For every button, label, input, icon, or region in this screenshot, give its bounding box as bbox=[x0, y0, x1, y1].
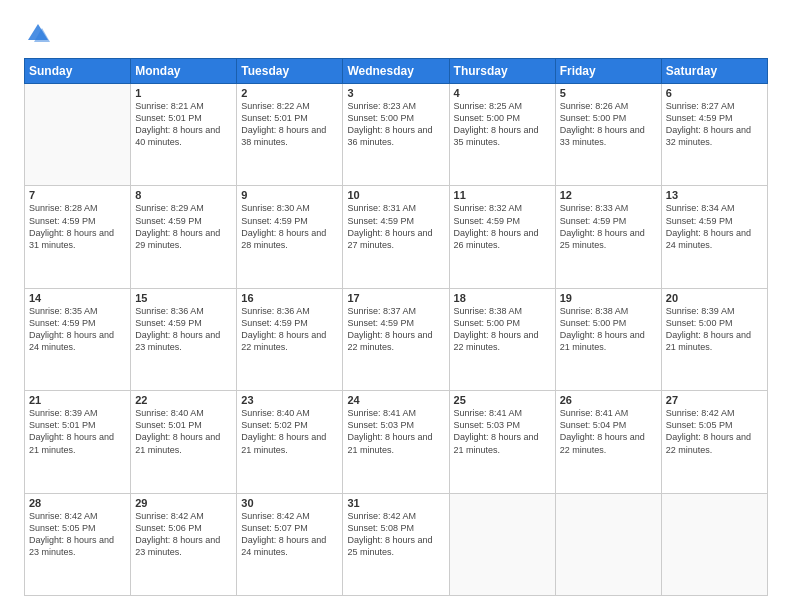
day-number: 27 bbox=[666, 394, 763, 406]
calendar-table: SundayMondayTuesdayWednesdayThursdayFrid… bbox=[24, 58, 768, 596]
calendar-cell: 2Sunrise: 8:22 AMSunset: 5:01 PMDaylight… bbox=[237, 84, 343, 186]
page: SundayMondayTuesdayWednesdayThursdayFrid… bbox=[0, 0, 792, 612]
weekday-header-wednesday: Wednesday bbox=[343, 59, 449, 84]
calendar-cell: 23Sunrise: 8:40 AMSunset: 5:02 PMDayligh… bbox=[237, 391, 343, 493]
calendar-cell: 4Sunrise: 8:25 AMSunset: 5:00 PMDaylight… bbox=[449, 84, 555, 186]
day-info: Sunrise: 8:23 AMSunset: 5:00 PMDaylight:… bbox=[347, 100, 444, 149]
day-number: 15 bbox=[135, 292, 232, 304]
day-info: Sunrise: 8:42 AMSunset: 5:06 PMDaylight:… bbox=[135, 510, 232, 559]
calendar-cell bbox=[25, 84, 131, 186]
week-row-4: 21Sunrise: 8:39 AMSunset: 5:01 PMDayligh… bbox=[25, 391, 768, 493]
calendar-cell: 22Sunrise: 8:40 AMSunset: 5:01 PMDayligh… bbox=[131, 391, 237, 493]
logo bbox=[24, 20, 56, 48]
day-info: Sunrise: 8:42 AMSunset: 5:05 PMDaylight:… bbox=[666, 407, 763, 456]
day-number: 16 bbox=[241, 292, 338, 304]
day-number: 30 bbox=[241, 497, 338, 509]
day-number: 5 bbox=[560, 87, 657, 99]
day-info: Sunrise: 8:32 AMSunset: 4:59 PMDaylight:… bbox=[454, 202, 551, 251]
day-number: 24 bbox=[347, 394, 444, 406]
calendar-cell: 24Sunrise: 8:41 AMSunset: 5:03 PMDayligh… bbox=[343, 391, 449, 493]
day-number: 26 bbox=[560, 394, 657, 406]
day-info: Sunrise: 8:42 AMSunset: 5:07 PMDaylight:… bbox=[241, 510, 338, 559]
calendar-cell: 6Sunrise: 8:27 AMSunset: 4:59 PMDaylight… bbox=[661, 84, 767, 186]
day-info: Sunrise: 8:35 AMSunset: 4:59 PMDaylight:… bbox=[29, 305, 126, 354]
weekday-header-saturday: Saturday bbox=[661, 59, 767, 84]
day-number: 21 bbox=[29, 394, 126, 406]
calendar-cell: 12Sunrise: 8:33 AMSunset: 4:59 PMDayligh… bbox=[555, 186, 661, 288]
day-number: 29 bbox=[135, 497, 232, 509]
weekday-header-sunday: Sunday bbox=[25, 59, 131, 84]
day-number: 14 bbox=[29, 292, 126, 304]
day-info: Sunrise: 8:31 AMSunset: 4:59 PMDaylight:… bbox=[347, 202, 444, 251]
day-number: 11 bbox=[454, 189, 551, 201]
week-row-3: 14Sunrise: 8:35 AMSunset: 4:59 PMDayligh… bbox=[25, 288, 768, 390]
calendar-cell: 14Sunrise: 8:35 AMSunset: 4:59 PMDayligh… bbox=[25, 288, 131, 390]
calendar-cell: 17Sunrise: 8:37 AMSunset: 4:59 PMDayligh… bbox=[343, 288, 449, 390]
calendar-cell: 30Sunrise: 8:42 AMSunset: 5:07 PMDayligh… bbox=[237, 493, 343, 595]
day-info: Sunrise: 8:41 AMSunset: 5:03 PMDaylight:… bbox=[347, 407, 444, 456]
day-number: 12 bbox=[560, 189, 657, 201]
day-number: 31 bbox=[347, 497, 444, 509]
day-info: Sunrise: 8:40 AMSunset: 5:02 PMDaylight:… bbox=[241, 407, 338, 456]
calendar-cell: 25Sunrise: 8:41 AMSunset: 5:03 PMDayligh… bbox=[449, 391, 555, 493]
day-info: Sunrise: 8:36 AMSunset: 4:59 PMDaylight:… bbox=[241, 305, 338, 354]
calendar-cell: 5Sunrise: 8:26 AMSunset: 5:00 PMDaylight… bbox=[555, 84, 661, 186]
day-number: 13 bbox=[666, 189, 763, 201]
calendar-cell: 21Sunrise: 8:39 AMSunset: 5:01 PMDayligh… bbox=[25, 391, 131, 493]
day-number: 17 bbox=[347, 292, 444, 304]
day-info: Sunrise: 8:38 AMSunset: 5:00 PMDaylight:… bbox=[454, 305, 551, 354]
weekday-header-friday: Friday bbox=[555, 59, 661, 84]
calendar-cell: 8Sunrise: 8:29 AMSunset: 4:59 PMDaylight… bbox=[131, 186, 237, 288]
week-row-5: 28Sunrise: 8:42 AMSunset: 5:05 PMDayligh… bbox=[25, 493, 768, 595]
day-info: Sunrise: 8:28 AMSunset: 4:59 PMDaylight:… bbox=[29, 202, 126, 251]
weekday-header-thursday: Thursday bbox=[449, 59, 555, 84]
weekday-header-row: SundayMondayTuesdayWednesdayThursdayFrid… bbox=[25, 59, 768, 84]
day-number: 25 bbox=[454, 394, 551, 406]
calendar-cell: 15Sunrise: 8:36 AMSunset: 4:59 PMDayligh… bbox=[131, 288, 237, 390]
day-info: Sunrise: 8:39 AMSunset: 5:01 PMDaylight:… bbox=[29, 407, 126, 456]
calendar-cell: 9Sunrise: 8:30 AMSunset: 4:59 PMDaylight… bbox=[237, 186, 343, 288]
day-number: 20 bbox=[666, 292, 763, 304]
day-info: Sunrise: 8:21 AMSunset: 5:01 PMDaylight:… bbox=[135, 100, 232, 149]
day-number: 28 bbox=[29, 497, 126, 509]
weekday-header-tuesday: Tuesday bbox=[237, 59, 343, 84]
day-number: 3 bbox=[347, 87, 444, 99]
day-info: Sunrise: 8:39 AMSunset: 5:00 PMDaylight:… bbox=[666, 305, 763, 354]
day-number: 18 bbox=[454, 292, 551, 304]
day-info: Sunrise: 8:26 AMSunset: 5:00 PMDaylight:… bbox=[560, 100, 657, 149]
weekday-header-monday: Monday bbox=[131, 59, 237, 84]
calendar-cell: 19Sunrise: 8:38 AMSunset: 5:00 PMDayligh… bbox=[555, 288, 661, 390]
calendar-cell: 28Sunrise: 8:42 AMSunset: 5:05 PMDayligh… bbox=[25, 493, 131, 595]
day-number: 2 bbox=[241, 87, 338, 99]
calendar-cell: 29Sunrise: 8:42 AMSunset: 5:06 PMDayligh… bbox=[131, 493, 237, 595]
calendar-cell: 31Sunrise: 8:42 AMSunset: 5:08 PMDayligh… bbox=[343, 493, 449, 595]
day-info: Sunrise: 8:29 AMSunset: 4:59 PMDaylight:… bbox=[135, 202, 232, 251]
calendar-cell: 27Sunrise: 8:42 AMSunset: 5:05 PMDayligh… bbox=[661, 391, 767, 493]
day-number: 7 bbox=[29, 189, 126, 201]
day-info: Sunrise: 8:41 AMSunset: 5:04 PMDaylight:… bbox=[560, 407, 657, 456]
day-info: Sunrise: 8:25 AMSunset: 5:00 PMDaylight:… bbox=[454, 100, 551, 149]
day-info: Sunrise: 8:42 AMSunset: 5:05 PMDaylight:… bbox=[29, 510, 126, 559]
day-number: 4 bbox=[454, 87, 551, 99]
calendar-cell: 16Sunrise: 8:36 AMSunset: 4:59 PMDayligh… bbox=[237, 288, 343, 390]
calendar-cell bbox=[449, 493, 555, 595]
calendar-cell bbox=[555, 493, 661, 595]
calendar-cell: 3Sunrise: 8:23 AMSunset: 5:00 PMDaylight… bbox=[343, 84, 449, 186]
calendar-cell: 7Sunrise: 8:28 AMSunset: 4:59 PMDaylight… bbox=[25, 186, 131, 288]
logo-icon bbox=[24, 20, 52, 48]
day-number: 6 bbox=[666, 87, 763, 99]
day-number: 10 bbox=[347, 189, 444, 201]
day-info: Sunrise: 8:37 AMSunset: 4:59 PMDaylight:… bbox=[347, 305, 444, 354]
calendar-cell bbox=[661, 493, 767, 595]
week-row-1: 1Sunrise: 8:21 AMSunset: 5:01 PMDaylight… bbox=[25, 84, 768, 186]
day-number: 9 bbox=[241, 189, 338, 201]
day-number: 1 bbox=[135, 87, 232, 99]
day-info: Sunrise: 8:42 AMSunset: 5:08 PMDaylight:… bbox=[347, 510, 444, 559]
calendar-cell: 26Sunrise: 8:41 AMSunset: 5:04 PMDayligh… bbox=[555, 391, 661, 493]
day-number: 22 bbox=[135, 394, 232, 406]
calendar-cell: 11Sunrise: 8:32 AMSunset: 4:59 PMDayligh… bbox=[449, 186, 555, 288]
calendar-cell: 13Sunrise: 8:34 AMSunset: 4:59 PMDayligh… bbox=[661, 186, 767, 288]
calendar-cell: 18Sunrise: 8:38 AMSunset: 5:00 PMDayligh… bbox=[449, 288, 555, 390]
calendar-cell: 10Sunrise: 8:31 AMSunset: 4:59 PMDayligh… bbox=[343, 186, 449, 288]
day-info: Sunrise: 8:38 AMSunset: 5:00 PMDaylight:… bbox=[560, 305, 657, 354]
